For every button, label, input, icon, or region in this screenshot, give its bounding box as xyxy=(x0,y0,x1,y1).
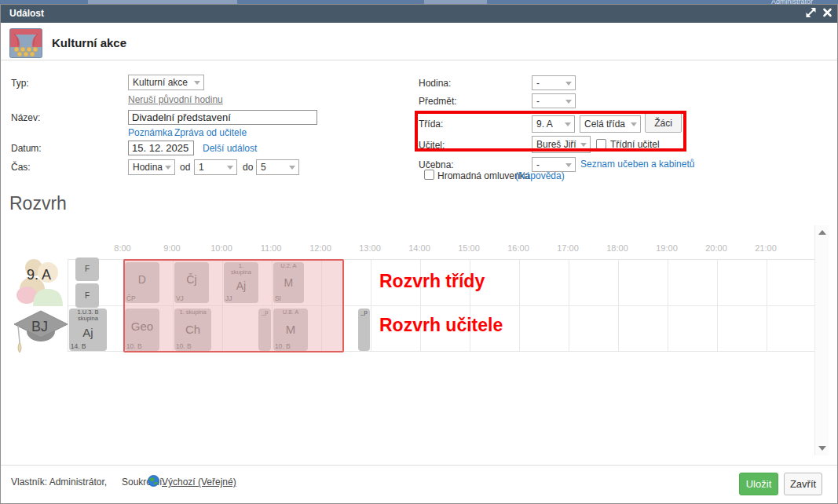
hodina-select-value: - xyxy=(536,78,540,89)
annotation-class-schedule: Rozvrh třídy xyxy=(379,271,485,292)
theater-icon xyxy=(9,28,42,58)
hodina-label: Hodina: xyxy=(419,78,451,89)
predmet-label: Předmět: xyxy=(419,96,457,107)
close-icon[interactable] xyxy=(822,7,833,18)
dialog-title: Událost xyxy=(9,5,44,23)
typ-select-value: Kulturní akce xyxy=(133,77,188,88)
rozvrh-heading: Rozvrh xyxy=(9,193,67,214)
scroll-down-icon[interactable] xyxy=(818,446,826,451)
seznam-uceben-link[interactable]: Seznam učeben a kabinetů xyxy=(580,159,694,170)
datum-input[interactable]: 15. 12. 2025 xyxy=(128,141,194,155)
chevron-down-icon xyxy=(289,166,295,170)
teacher-row-label: BJ xyxy=(31,319,48,335)
chevron-down-icon xyxy=(565,122,571,126)
chevron-down-icon xyxy=(580,143,587,147)
tridni-ucitel-checkbox[interactable] xyxy=(596,139,606,149)
tridni-ucitel-label: Třídní učitel xyxy=(610,139,660,150)
dialog-titlebar[interactable]: Událost xyxy=(1,5,837,23)
ucitel-label: Učitel: xyxy=(419,140,445,151)
zprava-od-ucitele-link[interactable]: Zpráva od učitele xyxy=(174,127,247,138)
delsi-udalost-link[interactable]: Delší událost xyxy=(203,143,257,154)
trida-scope-select[interactable]: Celá třída xyxy=(580,115,641,133)
trida-select-value: 9. A xyxy=(536,119,553,130)
zaci-button-label: Žáci xyxy=(654,118,672,129)
ucitel-select[interactable]: Bureš Jiří xyxy=(532,136,591,153)
globe-icon xyxy=(148,475,159,487)
cas-label: Čas: xyxy=(11,162,31,173)
timetable-scrollbar[interactable] xyxy=(814,225,829,455)
do-select[interactable]: 5 xyxy=(256,159,299,175)
typ-select[interactable]: Kulturní akce xyxy=(128,75,204,90)
annotation-teacher-schedule: Rozvrh učitele xyxy=(379,315,503,336)
class-row-label: 9. A xyxy=(27,267,51,283)
cas-mode-value: Hodina xyxy=(133,162,163,173)
napoveda-link[interactable]: (Nápověda) xyxy=(515,170,565,181)
save-button[interactable]: Uložit xyxy=(739,473,778,495)
predmet-select[interactable]: - xyxy=(532,93,576,108)
od-label: od xyxy=(180,162,190,173)
datum-input-value: 15. 12. 2025 xyxy=(132,142,188,154)
chevron-down-icon xyxy=(631,122,637,126)
od-select[interactable]: 1 xyxy=(194,159,237,175)
ucebna-label: Učebna: xyxy=(419,159,454,170)
screen: Administrator Událost Kulturní akce Typ:… xyxy=(0,0,838,504)
header-separator xyxy=(1,60,837,60)
poznamka-link[interactable]: Poznámka xyxy=(128,127,173,138)
ucitel-select-value: Bureš Jiří xyxy=(536,139,576,150)
nazev-label: Název: xyxy=(11,112,40,123)
hodina-select[interactable]: - xyxy=(532,75,576,90)
chevron-down-icon xyxy=(565,100,572,104)
cas-mode-select[interactable]: Hodina xyxy=(128,159,175,175)
typ-label: Typ: xyxy=(11,78,29,89)
predmet-select-value: - xyxy=(536,96,540,107)
close-button[interactable]: Zavřít xyxy=(784,473,822,495)
do-label: do xyxy=(243,162,253,173)
close-button-label: Zavřít xyxy=(790,478,816,490)
scroll-up-icon[interactable] xyxy=(818,230,826,235)
do-select-value: 5 xyxy=(261,162,266,173)
nazev-input-value: Divadelní představení xyxy=(132,111,231,123)
nazev-input[interactable]: Divadelní představení xyxy=(128,110,317,125)
page-title: Kulturní akce xyxy=(52,36,126,49)
privacy-link[interactable]: Výchozí (Veřejné) xyxy=(162,477,236,488)
od-select-value: 1 xyxy=(199,162,204,173)
chevron-down-icon xyxy=(565,82,572,86)
trida-scope-value: Celá třída xyxy=(584,119,625,130)
nerusi-puvodni-hodinu-link[interactable]: Neruší původní hodinu xyxy=(128,94,223,105)
owner-label: Vlastník: Administrátor, xyxy=(11,477,107,488)
trida-select[interactable]: 9. A xyxy=(532,115,575,133)
zaci-button[interactable]: Žáci xyxy=(645,113,682,133)
footer-separator xyxy=(1,465,837,466)
chevron-down-icon xyxy=(194,81,200,85)
resize-icon[interactable] xyxy=(805,7,817,18)
chevron-down-icon xyxy=(565,163,572,167)
datum-label: Datum: xyxy=(11,143,42,154)
ucebna-select-value: - xyxy=(536,159,540,170)
save-button-label: Uložit xyxy=(746,478,772,490)
trida-label: Třída: xyxy=(419,119,443,130)
chevron-down-icon xyxy=(227,166,233,170)
chevron-down-icon xyxy=(165,166,171,170)
hromadna-omluvenka-checkbox[interactable] xyxy=(424,170,434,180)
